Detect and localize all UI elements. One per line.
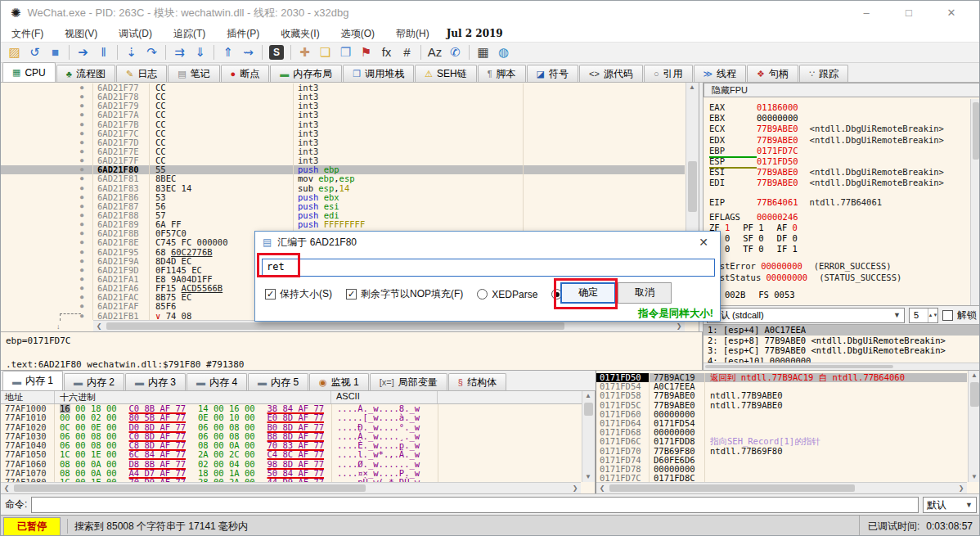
stack-vscrollbar[interactable]: ▲ ▼ [968,371,980,482]
assemble-instruction-input[interactable]: ret [262,259,715,277]
bookmarks-button[interactable]: ⚑ [356,43,376,61]
engine-xedparse-row[interactable]: XEDParse [477,289,546,300]
register-row[interactable]: OF 0SF 0DF 0 [709,233,968,244]
scroll-left-icon[interactable]: ❮ [93,322,105,331]
register-row[interactable]: ESP0171FD50 [709,156,968,167]
dialog-title-bar[interactable]: ▤ 汇编于 6AD21F80 ✕ [255,232,720,253]
scroll-up-icon[interactable]: ▲ [582,391,594,401]
menu-build-date[interactable]: Jul 2 2019 [440,28,510,39]
functions-button[interactable]: fx [376,43,397,61]
disasm-row[interactable]: ●6AD21F7ACCint3 [1,110,685,119]
scroll-thumb[interactable] [609,484,855,492]
scroll-right-icon[interactable]: ❯ [673,322,685,331]
stop-button[interactable]: ■ [45,43,65,61]
tab-notes[interactable]: ▤笔记 [168,65,219,82]
scroll-right-icon[interactable]: ❯ [569,484,581,493]
stack-row[interactable]: 0171FD7800000000 [596,465,967,474]
scroll-up-icon[interactable]: ▲ [969,371,980,381]
close-button[interactable]: ✕ [930,1,973,25]
hide-fpu-button[interactable]: 隐藏FPU [704,83,980,97]
scroll-down-icon[interactable]: ▼ [969,472,980,482]
command-profile-select[interactable]: 默认 ▼ [923,497,977,513]
tab-dump-3[interactable]: ▬内存 3 [125,373,186,390]
stack-row[interactable]: 0171FD6C0171FDD8指向SEH_Record[1]的指针 [596,437,967,446]
disassembly-hscrollbar[interactable]: ❮ ❯ [93,320,685,331]
scroll-left-icon[interactable]: ❮ [596,484,608,493]
tab-call-stack[interactable]: ❒调用堆栈 [343,65,414,82]
stack-row[interactable]: 0171FD74D60FE6D6 [596,456,967,465]
restart-button[interactable]: ↺ [25,43,45,61]
keep-size-row[interactable]: ✓保持大小(S) [265,287,340,301]
run-button[interactable]: ➔ [73,43,93,61]
tab-threads[interactable]: ≫线程 [694,65,747,82]
register-row[interactable]: EBX00000000 [709,113,968,124]
labels-button[interactable]: ❐ [335,43,356,61]
stepper-arrows-icon[interactable]: ▲▼ [928,309,937,322]
maximize-button[interactable]: □ [888,1,930,25]
menu-item[interactable]: 帮助(H) [385,27,440,41]
run-to-user-code-button[interactable]: ⇝ [238,43,258,61]
registers-vscrollbar[interactable] [970,99,980,305]
scroll-thumb[interactable] [705,365,893,368]
tab-symbols[interactable]: ◪符号 [527,65,578,82]
register-row[interactable]: CF 0TF 0IF 1 [709,244,968,254]
tab-graph[interactable]: ♣流程图 [56,65,115,82]
register-row[interactable]: ECX77B9ABE0<ntdll.DbgUiRemoteBreakin> [709,124,968,134]
run-to-selection-button[interactable]: ⇉ [169,43,190,61]
tab-cpu[interactable]: ▦CPU [2,62,56,82]
tab-dump-5[interactable]: ▬内存 5 [248,373,308,390]
register-row[interactable]: EIP77B64061ntdll.77B64061 [709,197,968,208]
register-row[interactable]: ESI77B9ABE0<ntdll.DbgUiRemoteBreakin> [709,167,968,178]
tab-log[interactable]: ✎日志 [116,65,167,82]
scroll-left-icon[interactable]: ❮ [1,484,12,493]
arguments-hscrollbar[interactable] [704,363,980,370]
scroll-thumb[interactable] [106,322,564,330]
command-input[interactable] [31,497,919,513]
strings-button[interactable]: Aᴢ [425,43,445,61]
unlock-checkbox-row[interactable]: 解锁 [942,309,977,322]
menu-item[interactable]: 选项(O) [330,27,385,41]
scroll-thumb[interactable] [688,161,697,212]
scylla-button[interactable]: S [269,45,284,60]
register-row[interactable]: LastError 00000000(ERROR_SUCCESS) [709,261,968,272]
stack-row[interactable]: 0171FD6000000000 [596,410,967,419]
pause-button[interactable]: ‖ [93,43,114,61]
unlock-checkbox[interactable] [942,310,953,321]
register-row[interactable]: GS 002BFS 0053 [709,290,968,300]
tab-handles[interactable]: ❖句柄 [747,65,798,82]
scroll-right-icon[interactable]: ❯ [955,484,967,493]
memory-row[interactable]: 77AF101000 00 02 0080 5B AF 770E 00 10 0… [1,413,581,422]
tab-trace[interactable]: ∵跟踪 [799,65,848,82]
register-row[interactable]: LastStatus 00000000(STATUS_SUCCESS) [709,273,968,283]
tab-script[interactable]: ¶脚本 [478,65,526,82]
register-row[interactable]: ZF 1PF 1AF 0 [709,223,968,233]
step-into-button[interactable]: ⇣ [121,43,142,61]
stack-row[interactable]: 0171FD5C77B9ABE0ntdll.77B9ABE0 [596,401,967,410]
scroll-thumb[interactable] [584,403,593,416]
menu-item[interactable]: 插件(P) [216,27,270,41]
dialog-close-icon[interactable]: ✕ [695,236,713,249]
tab-references[interactable]: ○引用 [644,65,693,82]
stack-row[interactable]: 0171FD7C0171FD8C [596,474,967,482]
tab-source[interactable]: <>源代码 [579,65,643,82]
menu-item[interactable]: 文件(F) [1,27,54,41]
scroll-up-icon[interactable]: ▲ [686,83,698,92]
memory-vscrollbar[interactable]: ▲ ▼ [582,391,595,482]
scroll-down-icon[interactable]: ▼ [582,472,594,482]
memory-hscrollbar[interactable]: ❮ ❯ [1,482,581,493]
tab-dump-4[interactable]: ▬内存 4 [187,373,247,390]
comments-button[interactable]: ❏ [315,43,335,61]
register-row[interactable]: EAX01186000 [709,102,968,113]
stack-hscrollbar[interactable]: ❮ ❯ [596,482,967,493]
menu-item[interactable]: 收藏夹(I) [270,27,330,41]
menu-item[interactable]: 追踪(T) [163,27,216,41]
register-row[interactable]: EDX77B9ABE0<ntdll.DbgUiRemoteBreakin> [709,135,968,146]
tab-dump-1[interactable]: ▬内存 1 [2,371,63,390]
title-bar[interactable]: ✺ WeChat.exe - PID: 263C - 模块: wechatwin… [1,1,979,25]
stack-row[interactable]: 0171FD5877B9ABE0ntdll.77B9ABE0 [596,391,967,400]
scroll-thumb[interactable] [14,484,366,492]
argument-row[interactable]: 3: [esp+C] 77B9ABE0 <ntdll.DbgUiRemoteBr… [704,345,980,356]
stack-row[interactable]: 0171FD5077B9AC19返回到 ntdll.77B9AC19 自 ntd… [596,373,967,382]
step-over-button[interactable]: ↷ [142,43,162,61]
tab-breakpoints[interactable]: ●断点 [221,65,270,82]
